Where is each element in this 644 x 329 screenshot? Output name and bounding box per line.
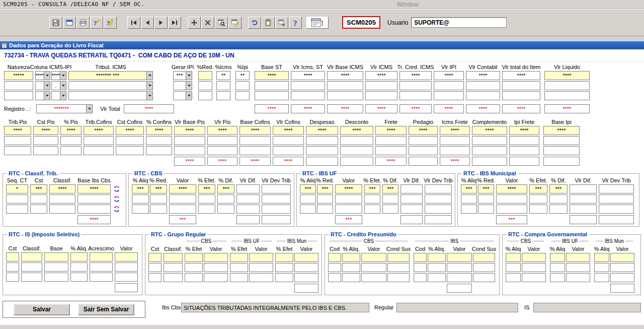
form-field[interactable] xyxy=(478,205,494,214)
base-st-field[interactable]: **** xyxy=(255,71,289,80)
total-vlr-base-pis[interactable]: **** xyxy=(174,157,205,166)
form-field[interactable] xyxy=(300,205,316,214)
form-field[interactable] xyxy=(472,146,507,155)
classif-field[interactable] xyxy=(164,253,183,262)
salvar-button[interactable]: Salvar xyxy=(14,304,70,315)
form-field[interactable] xyxy=(216,81,230,90)
efet-field[interactable]: *** xyxy=(198,184,215,193)
form-field[interactable] xyxy=(33,146,58,155)
gerar-ipi-select[interactable] xyxy=(173,81,192,90)
ibs-valor-field[interactable] xyxy=(447,253,472,262)
form-field[interactable] xyxy=(543,136,580,145)
classif-field[interactable] xyxy=(21,252,42,261)
vlr-base-pis-field[interactable]: **** xyxy=(174,126,205,135)
base-ipi-field[interactable]: **** xyxy=(543,126,580,135)
form-field[interactable] xyxy=(275,273,293,282)
vlr-dif-total[interactable] xyxy=(236,215,260,224)
form-field[interactable] xyxy=(169,194,196,204)
form-field[interactable] xyxy=(77,194,111,204)
pct-icms-field[interactable]: ** xyxy=(216,71,230,80)
vlr-dev-trib-field[interactable] xyxy=(425,184,452,193)
form-field[interactable] xyxy=(328,263,341,272)
form-field[interactable] xyxy=(116,146,144,155)
query-button[interactable] xyxy=(215,17,228,29)
edit-button[interactable] xyxy=(228,17,242,29)
form-field[interactable] xyxy=(6,262,19,272)
delete-record-button[interactable] xyxy=(201,17,214,29)
dropdown-arrow-icon[interactable] xyxy=(44,82,50,90)
form-field[interactable] xyxy=(44,273,68,282)
total-tr-cred-icms[interactable]: **** xyxy=(399,104,432,113)
form-field[interactable] xyxy=(549,194,568,204)
aliq-field[interactable]: *** xyxy=(461,184,477,193)
form-field[interactable] xyxy=(33,136,58,145)
vlr-dev-trib-total[interactable] xyxy=(425,215,452,224)
pct-ipi-field[interactable]: ** xyxy=(235,71,250,80)
form-field[interactable] xyxy=(361,263,386,272)
form-field[interactable] xyxy=(566,273,590,282)
form-field[interactable] xyxy=(340,146,373,155)
form-field[interactable] xyxy=(496,205,527,214)
total-vlr-ipi[interactable]: **** xyxy=(434,104,464,113)
dif-field[interactable]: *** xyxy=(382,184,398,193)
cst-field[interactable]: *** xyxy=(30,184,47,193)
undo-button[interactable] xyxy=(248,17,261,29)
form-field[interactable] xyxy=(610,263,634,272)
gerar-ipi-select[interactable]: *** xyxy=(173,71,192,80)
form-field[interactable] xyxy=(90,273,113,282)
dif-field[interactable]: *** xyxy=(217,184,234,193)
total-frete[interactable]: **** xyxy=(375,157,407,166)
vlr-contabil-field[interactable]: **** xyxy=(466,71,500,80)
dropdown-arrow-icon[interactable] xyxy=(186,72,192,80)
help-lightning-button[interactable]: ? xyxy=(104,17,117,29)
cst-pis-field[interactable]: **** xyxy=(33,126,58,135)
form-field[interactable] xyxy=(115,273,138,282)
export-button[interactable] xyxy=(275,17,288,29)
vlr-dif-field[interactable] xyxy=(236,184,260,193)
form-field[interactable] xyxy=(364,194,380,204)
form-field[interactable] xyxy=(44,262,68,272)
vlr-dev-trib-field[interactable] xyxy=(599,184,634,193)
form-field[interactable] xyxy=(115,262,138,272)
dropdown-arrow-icon[interactable] xyxy=(86,105,92,113)
ibs-mun-valor-field[interactable] xyxy=(610,253,634,262)
form-field[interactable] xyxy=(294,263,318,272)
form-field[interactable] xyxy=(570,194,597,204)
paste-button[interactable] xyxy=(262,17,275,29)
cst-field[interactable] xyxy=(148,253,162,262)
form-field[interactable] xyxy=(335,194,362,204)
form-field[interactable] xyxy=(291,91,325,100)
form-field[interactable] xyxy=(496,194,527,204)
form-field[interactable] xyxy=(150,194,167,204)
dropdown-arrow-icon[interactable] xyxy=(44,92,50,100)
form-field[interactable] xyxy=(472,136,507,145)
form-field[interactable] xyxy=(466,91,500,100)
form-field[interactable] xyxy=(409,136,438,145)
regular-input[interactable] xyxy=(396,303,518,312)
form-field[interactable] xyxy=(90,262,113,272)
pct-cofins-field[interactable]: **** xyxy=(146,126,172,135)
form-field[interactable] xyxy=(327,91,363,100)
form-field[interactable] xyxy=(148,263,162,272)
form-field[interactable] xyxy=(502,81,540,90)
form-field[interactable] xyxy=(239,146,271,155)
form-field[interactable] xyxy=(291,81,325,90)
form-field[interactable] xyxy=(275,263,293,272)
ibs-uf-valor-field[interactable] xyxy=(566,253,590,262)
natureza-field[interactable] xyxy=(4,81,33,90)
ibs-mun-valor-field[interactable] xyxy=(294,253,318,262)
classif-field[interactable]: **** xyxy=(49,184,75,193)
cbs-cond-sus-field[interactable] xyxy=(387,253,410,262)
menu-window[interactable]: Window xyxy=(397,1,419,8)
tribut-icms-select[interactable] xyxy=(68,81,153,90)
pct-red-field[interactable] xyxy=(198,71,212,80)
valor-total[interactable] xyxy=(294,284,318,293)
ibs-mun-efet-field[interactable] xyxy=(275,253,293,262)
tr-cred-icms-field[interactable]: **** xyxy=(399,71,432,80)
dropdown-arrow-icon[interactable] xyxy=(186,92,192,100)
form-field[interactable] xyxy=(255,91,289,100)
vlr-icms-field[interactable]: **** xyxy=(365,71,397,80)
total-vlr-icms-st[interactable]: **** xyxy=(291,104,325,113)
form-field[interactable] xyxy=(185,273,203,282)
form-field[interactable] xyxy=(361,273,386,282)
